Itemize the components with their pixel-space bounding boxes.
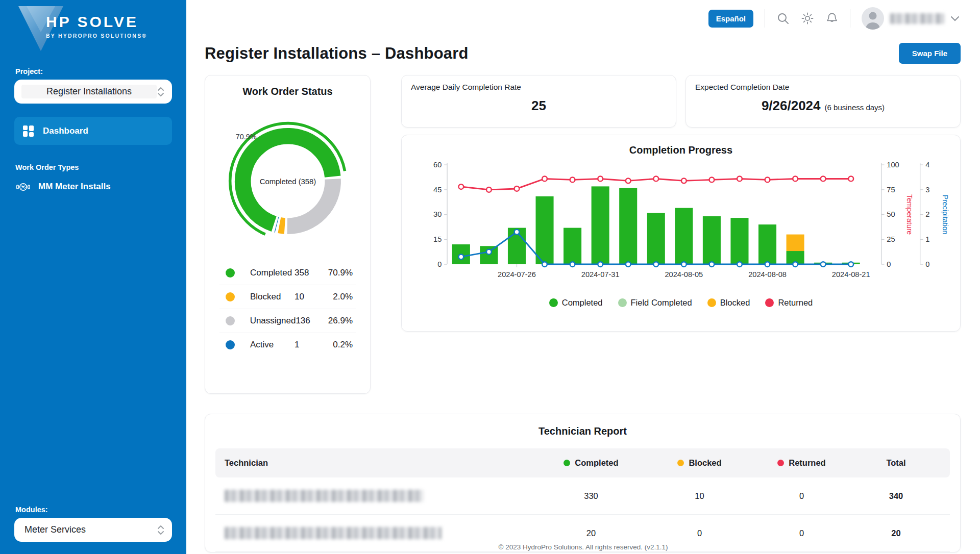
col-returned: Returned: [752, 458, 851, 468]
user-menu[interactable]: [862, 7, 960, 30]
svg-text:2: 2: [925, 210, 929, 218]
status-percent: 26.9%: [322, 316, 353, 326]
svg-text:15: 15: [433, 235, 442, 243]
technician-table-body: 330 10 0 340 20 0 0 20: [215, 477, 950, 552]
status-count: 358: [295, 268, 321, 278]
status-dot-icon: [226, 292, 235, 301]
col-technician: Technician: [225, 458, 535, 468]
search-button[interactable]: [776, 12, 790, 25]
hp-solve-logo: HP SOLVE BY HYDROPRO SOLUTIONS®: [14, 5, 172, 56]
bar-completed: [647, 213, 665, 264]
x-axis-label: 2024-08-08: [748, 270, 787, 279]
bar-completed: [730, 218, 748, 264]
language-button[interactable]: Español: [708, 10, 753, 28]
completion-progress-title: Completion Progress: [410, 144, 952, 156]
theme-toggle-button[interactable]: [801, 12, 814, 25]
blocked-dot-icon: [677, 460, 684, 466]
completion-progress-legend: CompletedField CompletedBlockedReturned: [410, 298, 952, 308]
svg-text:3: 3: [925, 186, 929, 194]
work-order-status-donut-chart[interactable]: Completed (358)70.9%: [222, 115, 354, 247]
cell-completed: 20: [535, 528, 647, 538]
svg-text:50: 50: [887, 210, 895, 218]
svg-text:75: 75: [887, 186, 895, 194]
bar-completed: [619, 188, 637, 264]
person-icon: [862, 7, 884, 30]
svg-text:60: 60: [433, 161, 442, 169]
page-title: Register Installations – Dashboard: [205, 44, 469, 63]
sidebar-item-mm-meter-installs-label: MM Meter Installs: [38, 182, 111, 192]
status-dot-icon: [226, 268, 235, 278]
technician-row[interactable]: 330 10 0 340: [215, 477, 950, 515]
svg-text:4: 4: [925, 161, 929, 169]
main-area: Español: [186, 0, 980, 554]
user-name-redacted: [890, 13, 944, 24]
status-legend-row[interactable]: Blocked 10 2.0%: [219, 285, 356, 309]
chart-legend-item[interactable]: Completed: [549, 298, 603, 308]
status-percent: 0.2%: [321, 340, 353, 350]
modules-select-value: Meter Services: [21, 523, 157, 537]
bell-icon: [825, 12, 839, 25]
bar-completed: [758, 224, 776, 264]
project-label: Project:: [15, 67, 171, 75]
axis-name-precipitation: Precipitation: [941, 195, 949, 235]
notifications-button[interactable]: [825, 12, 839, 25]
footer-copyright: © 2023 HydroPro Solutions. All rights re…: [186, 543, 980, 551]
avatar: [862, 7, 884, 30]
status-percent: 2.0%: [321, 292, 353, 302]
completion-progress-chart[interactable]: 0153045602024-07-262024-07-312024-08-052…: [410, 159, 952, 293]
status-legend-row[interactable]: Unassigned 136 26.9%: [219, 309, 356, 333]
bar-completed: [536, 196, 554, 264]
x-axis-label: 2024-08-05: [665, 270, 703, 279]
avg-daily-completion-value: 25: [531, 98, 546, 113]
chart-legend-item[interactable]: Returned: [765, 298, 813, 308]
status-legend-row[interactable]: Active 1 0.2%: [219, 333, 356, 357]
modules-label: Modules:: [15, 506, 171, 514]
expected-completion-card: Expected Completion Date 9/26/2024(6 bus…: [685, 75, 961, 128]
svg-text:0: 0: [887, 260, 891, 268]
x-axis-label: 2024-08-21: [832, 270, 870, 279]
x-axis-label: 2024-07-31: [581, 270, 620, 279]
expected-completion-label: Expected Completion Date: [695, 83, 951, 92]
select-chevrons-icon: [157, 524, 165, 536]
status-label: Active: [250, 340, 295, 350]
water-meter-icon: [16, 180, 30, 194]
technician-name-redacted: [225, 527, 442, 539]
status-percent: 70.9%: [321, 268, 353, 278]
work-order-types-label: Work Order Types: [15, 163, 171, 171]
logo-subtitle: BY HYDROPRO SOLUTIONS®: [46, 33, 147, 39]
status-dot-icon: [226, 316, 235, 325]
technician-report-title: Technician Report: [215, 425, 950, 437]
technician-report-card: Technician Report Technician Completed B…: [205, 414, 961, 552]
chart-legend-item[interactable]: Field Completed: [618, 298, 692, 308]
status-count: 136: [296, 316, 322, 326]
sidebar-item-dashboard[interactable]: Dashboard: [14, 117, 172, 145]
cell-blocked: 0: [647, 528, 752, 538]
col-completed: Completed: [535, 458, 647, 468]
chart-legend-item[interactable]: Blocked: [707, 298, 750, 308]
topbar-divider: [850, 9, 850, 28]
technician-name-redacted: [225, 490, 424, 502]
cell-completed: 330: [535, 491, 647, 501]
cell-returned: 0: [752, 528, 851, 538]
sidebar-item-mm-meter-installs[interactable]: MM Meter Installs: [14, 175, 172, 198]
search-icon: [776, 12, 790, 25]
modules-select[interactable]: Meter Services: [14, 518, 172, 542]
swap-file-button[interactable]: Swap File: [899, 43, 961, 64]
expected-completion-suffix: (6 business days): [825, 103, 885, 112]
expected-completion-value: 9/26/2024: [762, 98, 821, 113]
logo-title: HP SOLVE: [46, 13, 147, 31]
cell-returned: 0: [752, 491, 851, 501]
avg-daily-completion-label: Average Daily Completion Rate: [411, 83, 667, 92]
svg-text:0: 0: [437, 260, 442, 268]
status-count: 1: [295, 340, 321, 350]
svg-text:30: 30: [433, 210, 442, 218]
app-root: HP SOLVE BY HYDROPRO SOLUTIONS® Project:…: [0, 0, 980, 554]
axis-name-temperature: Temperature: [905, 194, 914, 235]
legend-dot-icon: [549, 298, 558, 307]
project-select[interactable]: Register Installations: [14, 80, 172, 104]
status-dot-icon: [226, 340, 235, 349]
status-legend-row[interactable]: Completed 358 70.9%: [219, 261, 356, 285]
sidebar-item-dashboard-label: Dashboard: [43, 126, 88, 136]
legend-dot-icon: [618, 298, 627, 307]
dashboard-grid-icon: [22, 125, 35, 137]
